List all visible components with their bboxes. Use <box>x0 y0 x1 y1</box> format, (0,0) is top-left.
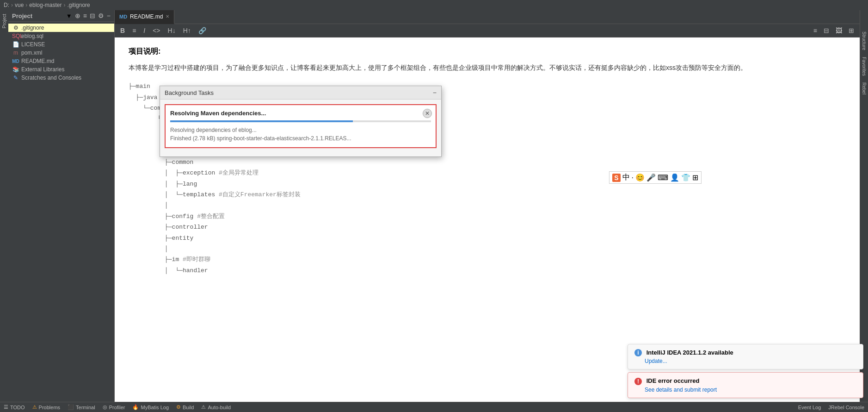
status-problems[interactable]: ⚠ Problems <box>32 404 60 410</box>
warning-icon: ⚠ <box>32 404 37 410</box>
build-icon: ⚙ <box>176 404 181 410</box>
status-terminal-label: Terminal <box>76 405 95 410</box>
toolbar-strikethrough[interactable]: ≡ <box>130 26 138 35</box>
tree-line: ├─common <box>129 157 846 168</box>
sidebar-icons: ⊕ ≡ ⊟ ⚙ − <box>75 12 111 19</box>
sidebar-icon-globe[interactable]: ⊕ <box>75 12 80 19</box>
sidebar-item-label: .gitignore <box>21 25 44 31</box>
task-cancel-button[interactable]: ✕ <box>423 109 432 118</box>
ime-grid-icon[interactable]: ⊞ <box>692 173 698 182</box>
toolbar-h-down[interactable]: H↓ <box>166 26 178 35</box>
sidebar-header: Project ▼ ⊕ ≡ ⊟ ⚙ − <box>8 10 114 22</box>
license-icon: 📄 <box>12 41 19 48</box>
toolbar-split-icon[interactable]: ⊟ <box>822 26 831 35</box>
status-jrebel[interactable]: JRebel Console <box>828 405 864 410</box>
status-build[interactable]: ⚙ Build <box>176 404 194 410</box>
breadcrumb-vue: vue <box>15 2 24 8</box>
right-tab-structure[interactable]: Structure <box>861 29 868 53</box>
notification-ide-error: ! IDE error occurred See details and sub… <box>628 372 863 398</box>
editor-tab-readme[interactable]: MD README.md ✕ <box>115 10 174 24</box>
status-mybatis[interactable]: 🔥 MyBatis Log <box>132 404 169 410</box>
status-profiler[interactable]: ◎ Profiler <box>103 404 125 410</box>
content-heading: 项目说明: <box>129 47 846 56</box>
sql-icon: SQL <box>12 33 19 39</box>
status-eventlog[interactable]: Event Log <box>798 405 821 410</box>
bg-tasks-title-bar: Background Tasks − <box>160 86 441 100</box>
sidebar-item-scratches[interactable]: ✎ Scratches and Consoles <box>8 74 114 82</box>
sidebar-icon-minimize[interactable]: − <box>107 12 111 19</box>
ime-shirt-icon[interactable]: 👕 <box>681 173 690 182</box>
tree-line: ├─im #即时群聊 <box>129 254 846 265</box>
editor-tabs-bar: MD README.md ✕ <box>115 10 860 24</box>
sidebar-item-label: LICENSE <box>21 41 45 48</box>
bg-tasks-body: Resolving Maven dependencies... Resolvin… <box>160 100 441 156</box>
title-bar: D: › vue › eblog-master › .gitignore <box>0 0 868 10</box>
sidebar-item-gitignore[interactable]: ⚙ .gitignore <box>8 24 114 32</box>
toolbar-italic[interactable]: I <box>142 26 147 35</box>
status-todo-label: TODO <box>10 405 25 410</box>
status-terminal[interactable]: ⬛ Terminal <box>68 404 95 410</box>
toolbar-list-icon[interactable]: ≡ <box>812 26 819 35</box>
toolbar-image-icon[interactable]: 🖼 <box>834 26 844 35</box>
right-tabs: Structure Favorites Rebel <box>860 10 868 402</box>
tree-line: │ └─handler <box>129 265 846 276</box>
bg-tasks-close-button[interactable]: − <box>433 89 437 96</box>
sidebar-item-sql[interactable]: SQL eblog.sql <box>8 32 114 40</box>
ime-emoji-icon[interactable]: 😊 <box>635 173 645 182</box>
toolbar-link[interactable]: 🔗 <box>197 26 208 35</box>
content-paragraph: 本博客是学习过程中搭建的项目，为了融合更多知识点，让博客看起来更加高大上，使用了… <box>129 62 846 74</box>
status-bar: ☰ TODO ⚠ Problems ⬛ Terminal ◎ Profiler … <box>0 402 868 412</box>
sidebar-item-pom[interactable]: m pom.xml <box>8 49 114 57</box>
sidebar-icon-align[interactable]: ≡ <box>83 12 87 19</box>
ime-dot: · <box>632 174 634 182</box>
sidebar-item-readme[interactable]: MD README.md <box>8 57 114 65</box>
tab-close-button[interactable]: ✕ <box>166 14 169 19</box>
left-tab-project[interactable]: Project <box>1 12 8 30</box>
toolbar-code[interactable]: <> <box>151 26 162 35</box>
progress-bar <box>170 120 431 122</box>
notif-update-action[interactable]: Update... <box>645 358 667 364</box>
extlibs-icon: 📚 <box>12 66 19 73</box>
task-sub-text-1: Resolving dependencies of eblog... <box>170 126 431 134</box>
status-problems-label: Problems <box>39 405 60 410</box>
right-tab-rebel[interactable]: Rebel <box>861 80 868 97</box>
tab-label: README.md <box>130 13 163 20</box>
tree-line: ├─controller <box>129 222 846 232</box>
ime-chinese-label[interactable]: 中 <box>622 173 630 182</box>
sidebar-title: Project <box>12 12 63 19</box>
sidebar-item-label: Scratches and Consoles <box>21 75 81 81</box>
scratches-icon: ✎ <box>12 75 19 81</box>
ime-sogou-icon[interactable]: S <box>612 174 620 182</box>
tree-line: │ ├─lang <box>129 179 846 189</box>
sidebar-item-label: pom.xml <box>21 50 42 56</box>
status-autobuild[interactable]: ⚠ Auto-build <box>201 404 231 410</box>
bg-task-wrapper: Resolving Maven dependencies... Resolvin… <box>165 104 437 148</box>
profiler-icon: ◎ <box>103 404 107 410</box>
status-profiler-label: Profiler <box>109 405 125 410</box>
sidebar-icon-collapse[interactable]: ⊟ <box>90 12 95 19</box>
status-autobuild-label: Auto-build <box>208 405 231 410</box>
readme-icon: MD <box>12 59 19 64</box>
notif-error-title: IDE error occurred <box>646 377 700 384</box>
toolbar-expand-icon[interactable]: ⊞ <box>847 26 856 35</box>
sidebar-item-label: eblog.sql <box>21 33 43 39</box>
bg-tasks-title: Background Tasks <box>165 89 214 96</box>
sidebar-item-label: External Libraries <box>21 66 64 73</box>
sidebar-icon-settings[interactable]: ⚙ <box>98 12 104 19</box>
ime-mic-icon[interactable]: 🎤 <box>646 173 656 182</box>
notif-update-title: IntelliJ IDEA 2021.1.2 available <box>646 349 733 356</box>
toolbar-h-up[interactable]: H↑ <box>181 26 193 35</box>
sidebar-item-license[interactable]: 📄 LICENSE <box>8 40 114 49</box>
sidebar-item-extlibs[interactable]: 📚 External Libraries <box>8 65 114 74</box>
tab-md-icon: MD <box>119 14 127 19</box>
task-sub-text-2: Finished (2.78 kB) spring-boot-starter-d… <box>170 134 431 143</box>
toolbar-bold[interactable]: B <box>118 26 127 35</box>
status-todo[interactable]: ☰ TODO <box>4 404 25 410</box>
breadcrumb: D: › vue › eblog-master › .gitignore <box>4 2 90 8</box>
gitignore-icon: ⚙ <box>12 25 19 31</box>
ime-keyboard-icon[interactable]: ⌨ <box>658 173 668 182</box>
breadcrumb-drive: D: <box>4 2 9 8</box>
ime-user-icon[interactable]: 👤 <box>670 173 679 182</box>
right-tab-favorites[interactable]: Favorites <box>861 54 868 79</box>
notif-error-action[interactable]: See details and submit report <box>645 387 717 393</box>
